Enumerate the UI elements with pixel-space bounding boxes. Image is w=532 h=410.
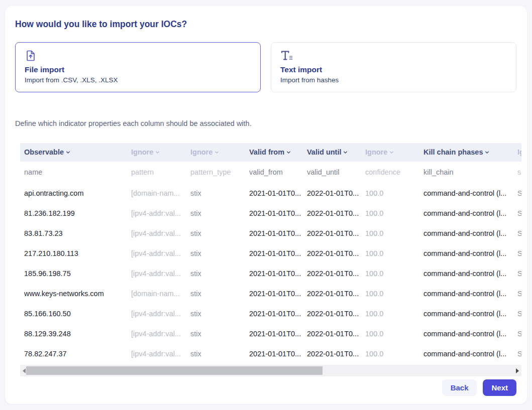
table-cell: 2022-01-01T0... [303, 183, 361, 203]
import-wizard-panel: How would you like to import your IOCs? … [5, 6, 527, 404]
table-cell: [ipv4-addr:val... [127, 324, 186, 344]
table-cell: 100.0 [361, 223, 419, 243]
table-cell: 100.0 [361, 344, 419, 364]
table-cell: 2021-01-01T0... [245, 344, 303, 364]
table-cell: 81.236.182.199 [20, 203, 127, 223]
chevron-down-icon [215, 150, 219, 155]
table-cell: stix [186, 344, 245, 364]
table-header-row: ObservableIgnoreIgnoreValid fromValid un… [20, 143, 521, 162]
file-import-title: File import [25, 65, 251, 74]
page-title: How would you like to import your IOCs? [15, 19, 517, 30]
wizard-footer: Back Next [5, 379, 516, 396]
chevron-down-icon [155, 150, 160, 155]
table-cell: stix [186, 183, 245, 203]
table-cell: stix [186, 284, 245, 304]
table-cell: S [513, 203, 521, 223]
column-header-dropdown[interactable]: Valid until [303, 143, 361, 162]
table-cell: stix [186, 304, 245, 324]
csv-field-name: confidence [361, 162, 419, 183]
table-cell: 100.0 [361, 324, 419, 344]
table-cell: 217.210.180.113 [20, 243, 127, 263]
back-button[interactable]: Back [442, 379, 477, 396]
table-cell: 2022-01-01T0... [303, 223, 361, 243]
table-cell: command-and-control (l... [419, 223, 513, 243]
table-cell: 2021-01-01T0... [245, 284, 303, 304]
column-header-label: Observable [24, 148, 64, 156]
table-cell: command-and-control (l... [419, 183, 513, 203]
horizontal-scrollbar[interactable] [20, 365, 521, 376]
table-body: api.ontracting.com[domain-nam...stix2021… [20, 183, 521, 364]
chevron-down-icon [343, 150, 348, 155]
table-cell: 100.0 [361, 203, 419, 223]
table-cell: 2021-01-01T0... [245, 263, 303, 284]
csv-field-name-row: namepatternpattern_typevalid_fromvalid_u… [20, 162, 521, 183]
table-cell: S [513, 183, 521, 203]
table-cell: 2022-01-01T0... [303, 324, 361, 344]
table-row: api.ontracting.com[domain-nam...stix2021… [20, 183, 521, 203]
csv-field-name: s [513, 162, 521, 183]
table-cell: 2022-01-01T0... [303, 203, 361, 223]
table-row: 88.129.39.248[ipv4-addr:val...stix2021-0… [20, 324, 521, 344]
column-header-dropdown[interactable]: Valid from [245, 143, 303, 162]
text-import-option[interactable]: Text import Import from hashes [271, 42, 516, 92]
column-header-label: Ignore [131, 148, 153, 156]
table-row: 217.210.180.113[ipv4-addr:val...stix2021… [20, 243, 521, 263]
table-cell: stix [186, 223, 245, 243]
csv-field-name: name [20, 162, 127, 183]
table-cell: [ipv4-addr:val... [127, 263, 186, 284]
text-import-title: Text import [280, 65, 507, 74]
table-cell: 83.81.73.23 [20, 223, 127, 243]
mapping-description: Define which indicator properties each c… [15, 119, 517, 128]
table-cell: command-and-control (l... [419, 324, 513, 344]
table-cell: S [513, 223, 521, 243]
column-header-label: Valid from [249, 148, 284, 156]
table-cell: S [513, 304, 521, 324]
table-cell: stix [186, 203, 245, 223]
column-header-dropdown[interactable]: Ignore [513, 143, 521, 162]
csv-field-name: kill_chain [419, 162, 513, 183]
table-cell: 100.0 [361, 243, 419, 263]
table-cell: 2021-01-01T0... [245, 324, 303, 344]
table-cell: 2022-01-01T0... [303, 263, 361, 284]
scroll-right-arrow-icon[interactable] [513, 365, 521, 376]
table-cell: [ipv4-addr:val... [127, 203, 186, 223]
text-import-subtitle: Import from hashes [280, 76, 507, 84]
table-cell: command-and-control (l... [419, 263, 513, 284]
column-header-label: Ignore [190, 148, 212, 156]
csv-field-name: valid_until [303, 162, 361, 183]
column-header-dropdown[interactable]: Ignore [186, 143, 245, 162]
csv-field-name: pattern_type [186, 162, 245, 183]
table-cell: command-and-control (l... [419, 304, 513, 324]
file-upload-icon [25, 49, 251, 62]
column-header-label: Kill chain phases [423, 148, 483, 156]
table-cell: stix [186, 243, 245, 263]
column-header-dropdown[interactable]: Ignore [127, 143, 186, 162]
csv-field-name: valid_from [245, 162, 303, 183]
table-cell: S [513, 284, 521, 304]
table-cell: 2022-01-01T0... [303, 304, 361, 324]
column-header-label: Valid until [307, 148, 341, 156]
table-row: 78.82.247.37[ipv4-addr:val...stix2021-01… [20, 344, 521, 364]
scrollbar-thumb[interactable] [26, 366, 323, 375]
table-cell: 100.0 [361, 284, 419, 304]
table-row: 81.236.182.199[ipv4-addr:val...stix2021-… [20, 203, 521, 223]
table-cell: 2022-01-01T0... [303, 243, 361, 263]
table-cell: S [513, 243, 521, 263]
table-cell: [ipv4-addr:val... [127, 344, 186, 364]
next-button[interactable]: Next [483, 379, 516, 396]
table-cell: 2021-01-01T0... [245, 203, 303, 223]
column-header-dropdown[interactable]: Observable [20, 143, 127, 162]
column-header-dropdown[interactable]: Kill chain phases [419, 143, 513, 162]
column-header-label: Ignore [517, 148, 521, 156]
column-header-dropdown[interactable]: Ignore [361, 143, 419, 162]
chevron-down-icon [485, 150, 489, 155]
text-type-icon [280, 49, 507, 62]
table-row: www.keys-networks.com[domain-nam...stix2… [20, 284, 521, 304]
table-cell: S [513, 263, 521, 284]
column-mapping-table: ObservableIgnoreIgnoreValid fromValid un… [20, 143, 521, 364]
table-cell: command-and-control (l... [419, 203, 513, 223]
table-cell: 2022-01-01T0... [303, 344, 361, 364]
file-import-option[interactable]: File import Import from .CSV, .XLS, .XLS… [15, 42, 261, 92]
table-cell: 88.129.39.248 [20, 324, 127, 344]
table-cell: 2022-01-01T0... [303, 284, 361, 304]
